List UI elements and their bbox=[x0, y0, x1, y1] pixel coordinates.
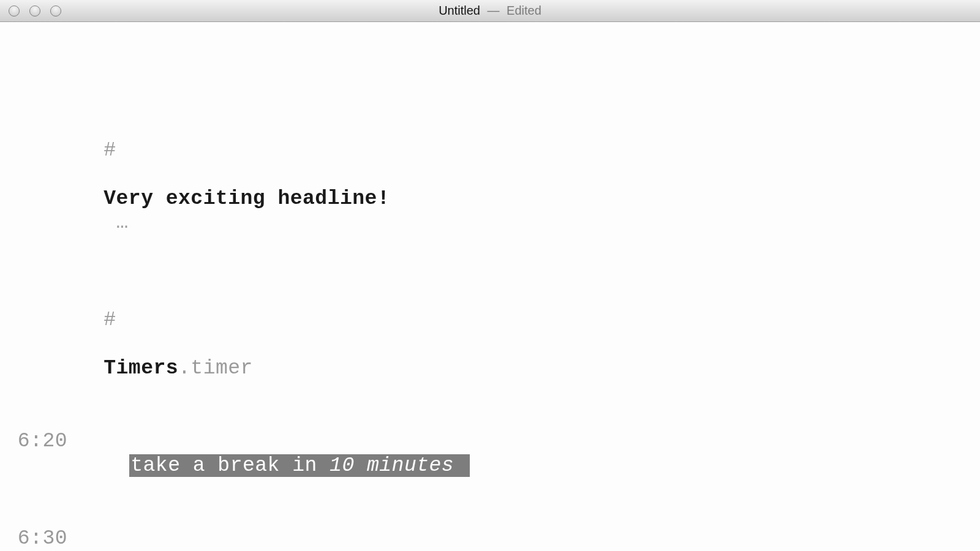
editor-area[interactable]: # Very exciting headline! … # Timers.tim… bbox=[0, 22, 980, 551]
document-state: Edited bbox=[507, 4, 541, 17]
title-separator: — bbox=[488, 4, 500, 17]
headline-text: Very exciting headline! bbox=[104, 187, 390, 210]
window-titlebar: Untitled — Edited bbox=[0, 0, 980, 22]
headline-ellipsis bbox=[104, 211, 116, 234]
headline-line[interactable]: # Very exciting headline! … bbox=[0, 114, 980, 260]
timer-row[interactable]: 6:30 then take a break for 40 minutes bbox=[0, 502, 980, 551]
timer-text: take a break in bbox=[130, 454, 330, 477]
document-name: Untitled bbox=[439, 4, 480, 17]
timers-title: Timers bbox=[104, 357, 178, 380]
timer-time: 6:20 bbox=[11, 429, 67, 454]
timer-row[interactable]: 6:20 take a break in 10 minutes bbox=[0, 405, 980, 502]
window-title: Untitled — Edited bbox=[0, 4, 980, 18]
close-icon[interactable] bbox=[9, 6, 20, 17]
timer-time: 6:30 bbox=[11, 527, 67, 551]
blank-line bbox=[0, 260, 980, 284]
window-controls bbox=[9, 6, 61, 17]
timers-header[interactable]: # Timers.timer bbox=[0, 284, 980, 405]
timers-suffix: .timer bbox=[178, 357, 253, 380]
zoom-icon[interactable] bbox=[50, 6, 61, 17]
minimize-icon[interactable] bbox=[29, 6, 40, 17]
timer-duration: 10 minutes bbox=[330, 454, 454, 477]
timer-highlight: take a break in 10 minutes bbox=[129, 454, 470, 477]
heading-marker: # bbox=[104, 139, 116, 162]
heading-marker: # bbox=[104, 309, 116, 331]
